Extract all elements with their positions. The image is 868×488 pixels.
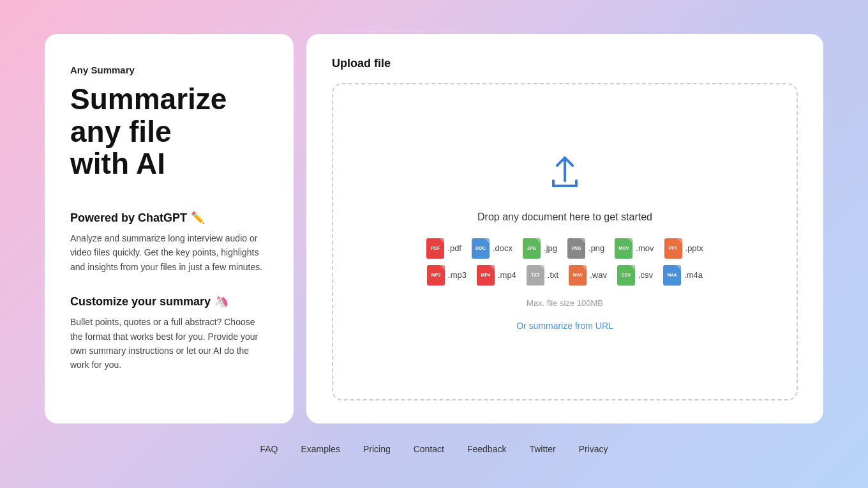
footer-link-twitter[interactable]: Twitter [529,444,555,454]
file-type-txt: TXT .txt [527,265,558,286]
footer-link-feedback[interactable]: Feedback [467,444,506,454]
file-type-pptx: PPT .pptx [664,238,703,259]
feature-customize: Customize your summary 🦄 Bullet points, … [70,294,268,372]
txt-icon: TXT [527,265,544,286]
pptx-icon: PPT [664,238,682,259]
file-type-csv: CSV .csv [617,265,653,286]
upload-title: Upload file [332,57,798,70]
mov-icon: MOV [615,238,632,259]
file-types-row-1: PDF .pdf DOC .docx JPG .jpg PNG .png [426,238,703,259]
pdf-icon: PDF [426,238,444,259]
brand-label: Any Summary [70,65,268,75]
file-type-wav: WAV .wav [569,265,607,286]
footer-link-faq[interactable]: FAQ [260,444,278,454]
csv-icon: CSV [617,265,635,286]
main-content: Any Summary Summarize any file with AI P… [45,34,823,423]
file-type-docx: DOC .docx [472,238,513,259]
feature-chatgpt: Powered by ChatGPT ✏️ Analyze and summar… [70,211,268,274]
file-type-pdf: PDF .pdf [426,238,461,259]
feature-chatgpt-heading: Powered by ChatGPT ✏️ [70,211,268,225]
wav-icon: WAV [569,265,587,286]
file-type-m4a: M4A .m4a [663,265,703,286]
left-panel: Any Summary Summarize any file with AI P… [45,34,294,423]
footer-link-privacy[interactable]: Privacy [579,444,608,454]
drop-zone[interactable]: Drop any document here to get started PD… [332,83,798,400]
footer-link-contact[interactable]: Contact [414,444,444,454]
file-type-mov: MOV .mov [615,238,654,259]
right-panel: Upload file Drop any document here to ge… [306,34,823,423]
docx-icon: DOC [472,238,490,259]
upload-icon [544,153,585,194]
pencil-icon: ✏️ [191,211,205,225]
footer-link-pricing[interactable]: Pricing [363,444,391,454]
feature-customize-heading: Customize your summary 🦄 [70,294,268,309]
url-summarize-link[interactable]: Or summarize from URL [516,321,613,331]
jpg-icon: JPG [523,238,541,259]
unicorn-icon: 🦄 [214,294,228,309]
feature-customize-text: Bullet points, quotes or a full abstract… [70,315,268,372]
file-type-png: PNG .png [567,238,604,259]
footer-link-examples[interactable]: Examples [301,444,340,454]
file-type-mp3: MP3 .mp3 [427,265,467,286]
hero-title: Summarize any file with AI [70,83,268,180]
png-icon: PNG [567,238,585,259]
upload-icon-wrap [544,153,585,196]
file-type-mp4: MP4 .mp4 [477,265,516,286]
file-types-row-2: MP3 .mp3 MP4 .mp4 TXT .txt WAV .wav [427,265,703,286]
max-file-size: Max. file size 100MB [527,298,603,308]
mp3-icon: MP3 [427,265,445,286]
footer-nav: FAQ Examples Pricing Contact Feedback Tw… [260,444,608,454]
mp4-icon: MP4 [477,265,495,286]
file-type-jpg: JPG .jpg [523,238,557,259]
feature-chatgpt-text: Analyze and summarize long interview aud… [70,231,268,274]
file-types-grid: PDF .pdf DOC .docx JPG .jpg PNG .png [426,238,703,286]
m4a-icon: M4A [663,265,681,286]
drop-text: Drop any document here to get started [477,211,652,223]
